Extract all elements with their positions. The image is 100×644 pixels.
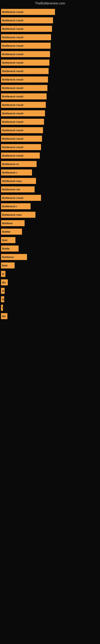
bar-row: Bo bbox=[1, 279, 100, 285]
bar-label-33: B bbox=[2, 290, 4, 292]
bar-16: Bottleneck result bbox=[1, 144, 41, 150]
bar-17: Bottleneck result bbox=[1, 152, 40, 158]
bar-label-24: Bottleneck resu bbox=[2, 213, 22, 216]
bar-row: Bottleneck re bbox=[1, 161, 100, 167]
bar-4: Bottleneck result bbox=[1, 43, 50, 49]
bar-label-8: Bottleneck result bbox=[2, 78, 23, 81]
bar-row: Bottleneck result bbox=[1, 17, 100, 23]
bar-label-29: Bottlenec bbox=[2, 256, 14, 258]
bar-row: Bott bbox=[1, 237, 100, 243]
bar-row: Bottleneck result bbox=[1, 76, 100, 82]
bar-26: Bottler bbox=[1, 228, 22, 235]
bar-24: Bottleneck resu bbox=[1, 212, 35, 218]
bar-34: B bbox=[1, 296, 4, 302]
bar-6: Bottleneck result bbox=[1, 60, 50, 66]
bar-row: Bottlene bbox=[1, 220, 100, 226]
bar-row: Bottleneck r bbox=[1, 203, 100, 209]
bar-row: Bottleneck result bbox=[1, 102, 100, 108]
bar-label-23: Bottleneck r bbox=[2, 205, 17, 208]
bar-row: Bottleneck result bbox=[1, 152, 100, 158]
bar-36: Bo bbox=[1, 313, 7, 319]
bar-row: Bottleneck result bbox=[1, 136, 100, 142]
bar-label-35: I bbox=[2, 306, 3, 309]
bar-18: Bottleneck re bbox=[1, 161, 37, 167]
bar-row: Bottle bbox=[1, 246, 100, 252]
bar-row: Bottleneck result bbox=[1, 94, 100, 100]
bar-label-18: Bottleneck re bbox=[2, 162, 19, 166]
bar-row: Bottleneck res bbox=[1, 186, 100, 192]
bar-7: Bottleneck result bbox=[1, 68, 49, 74]
bar-19: Bottleneck r bbox=[1, 170, 32, 176]
bar-row: Bottleneck result bbox=[1, 60, 100, 66]
bar-label-19: Bottleneck r bbox=[2, 171, 17, 174]
bar-row: B bbox=[1, 271, 100, 277]
site-title-container: TheBottlenecker.com bbox=[0, 0, 100, 7]
bar-label-1: Bottleneck result bbox=[2, 19, 23, 22]
bar-8: Bottleneck result bbox=[1, 76, 48, 82]
bar-label-2: Bottleneck result bbox=[2, 27, 23, 30]
bar-label-22: Bottleneck result bbox=[2, 196, 23, 200]
bar-33: B bbox=[1, 288, 4, 294]
bar-row: Bottleneck result bbox=[1, 9, 100, 15]
bar-row: I bbox=[1, 305, 100, 311]
bar-27: Bott bbox=[1, 237, 15, 243]
bar-row: B bbox=[1, 296, 100, 302]
bar-2: Bottleneck result bbox=[1, 26, 52, 32]
bar-35: I bbox=[1, 305, 3, 311]
bar-13: Bottleneck result bbox=[1, 119, 44, 125]
bar-label-28: Bottle bbox=[2, 247, 10, 250]
bar-label-16: Bottleneck result bbox=[2, 146, 23, 149]
bar-row: Bottleneck r bbox=[1, 170, 100, 176]
bar-row: Bottleneck result bbox=[1, 51, 100, 57]
bar-label-25: Bottlene bbox=[2, 222, 13, 225]
bar-30: Bott bbox=[1, 262, 15, 268]
bar-row: Bottleneck result bbox=[1, 119, 100, 125]
bar-row: Bottleneck result bbox=[1, 85, 100, 91]
bar-row: Bo bbox=[1, 313, 100, 319]
bar-32: Bo bbox=[1, 279, 8, 285]
bar-12: Bottleneck result bbox=[1, 110, 45, 116]
bar-0: Bottleneck result bbox=[1, 9, 55, 15]
bar-31: B bbox=[1, 271, 5, 277]
bar-label-26: Bottler bbox=[2, 230, 11, 233]
bar-label-30: Bott bbox=[2, 264, 7, 267]
bar-label-5: Bottleneck result bbox=[2, 53, 23, 56]
bar-row: Bottleneck result bbox=[1, 34, 100, 40]
bar-label-4: Bottleneck result bbox=[2, 44, 23, 47]
bar-25: Bottlene bbox=[1, 220, 25, 226]
bar-label-34: B bbox=[2, 298, 4, 301]
bar-28: Bottle bbox=[1, 246, 19, 252]
bar-row: Bottler bbox=[1, 228, 100, 235]
bar-row: Bott bbox=[1, 262, 100, 268]
bar-label-17: Bottleneck result bbox=[2, 154, 23, 157]
bar-label-21: Bottleneck res bbox=[2, 188, 20, 191]
bar-row: B bbox=[1, 288, 100, 294]
bar-label-13: Bottleneck result bbox=[2, 120, 23, 123]
bar-row: Bottleneck result bbox=[1, 127, 100, 133]
bar-label-10: Bottleneck result bbox=[2, 95, 23, 98]
bars-container: Bottleneck resultBottleneck resultBottle… bbox=[0, 7, 100, 324]
bar-9: Bottleneck result bbox=[1, 85, 48, 91]
bar-14: Bottleneck result bbox=[1, 127, 43, 133]
bar-row: Bottleneck result bbox=[1, 68, 100, 74]
bar-row: Bottleneck result bbox=[1, 110, 100, 116]
bar-label-36: Bo bbox=[2, 315, 6, 318]
bar-23: Bottleneck r bbox=[1, 203, 31, 209]
bar-22: Bottleneck result bbox=[1, 195, 41, 201]
bar-label-32: Bo bbox=[2, 281, 6, 284]
bar-label-6: Bottleneck result bbox=[2, 61, 23, 64]
bar-11: Bottleneck result bbox=[1, 102, 46, 108]
bar-row: Bottleneck result bbox=[1, 195, 100, 201]
bar-21: Bottleneck res bbox=[1, 186, 35, 192]
bar-label-9: Bottleneck result bbox=[2, 86, 23, 90]
bar-20: Bottleneck resu bbox=[1, 178, 36, 184]
bar-row: Bottlenec bbox=[1, 254, 100, 260]
site-title: TheBottlenecker.com bbox=[0, 0, 100, 7]
bar-label-20: Bottleneck resu bbox=[2, 180, 22, 182]
bar-10: Bottleneck result bbox=[1, 94, 47, 100]
bar-29: Bottlenec bbox=[1, 254, 27, 260]
bar-row: Bottleneck result bbox=[1, 144, 100, 150]
bar-label-15: Bottleneck result bbox=[2, 137, 23, 140]
bar-row: Bottleneck result bbox=[1, 26, 100, 32]
bar-3: Bottleneck result bbox=[1, 34, 51, 40]
